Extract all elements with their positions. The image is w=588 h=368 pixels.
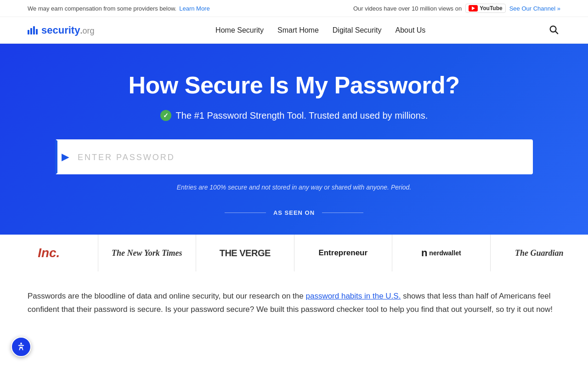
- logo-text: security.org: [41, 24, 94, 36]
- youtube-icon: [469, 5, 478, 12]
- press-logo-entrepreneur: Entrepreneur: [294, 235, 393, 271]
- nav-digital-security[interactable]: Digital Security: [333, 26, 382, 34]
- nav-about-us[interactable]: About Us: [396, 26, 426, 34]
- password-input[interactable]: [55, 139, 533, 174]
- password-input-wrapper: ▶: [55, 139, 533, 174]
- password-habits-link[interactable]: password habits in the U.S.: [305, 292, 401, 300]
- nyt-logo: The New York Times: [112, 248, 182, 258]
- nav-smart-home[interactable]: Smart Home: [277, 26, 319, 34]
- hero-subtitle-wrap: The #1 Password Strength Tool. Trusted a…: [28, 110, 560, 121]
- top-bar: We may earn compensation from some provi…: [0, 0, 588, 17]
- main-nav: Home Security Smart Home Digital Securit…: [215, 26, 425, 34]
- as-seen-label: AS SEEN ON: [273, 209, 315, 216]
- input-arrow-icon: ▶: [62, 151, 68, 162]
- logo-org: org: [82, 26, 94, 35]
- logo-bars: [28, 26, 38, 34]
- nav-home-security[interactable]: Home Security: [215, 26, 264, 34]
- svg-line-1: [555, 31, 558, 34]
- body-text-before-link: Passwords are the bloodline of data and …: [28, 292, 304, 300]
- youtube-badge: YouTube: [465, 4, 506, 13]
- body-paragraph: Passwords are the bloodline of data and …: [28, 290, 560, 316]
- search-button[interactable]: [547, 23, 560, 38]
- guardian-logo: The Guardian: [515, 248, 564, 258]
- disclaimer-section: We may earn compensation from some provi…: [28, 5, 210, 12]
- site-header: security.org Home Security Smart Home Di…: [0, 17, 588, 44]
- check-icon: [160, 110, 171, 121]
- bar2: [30, 28, 32, 34]
- bar4: [36, 29, 38, 34]
- as-seen-line-left: [225, 213, 266, 213]
- disclaimer-text: We may earn compensation from some provi…: [28, 5, 176, 12]
- site-logo[interactable]: security.org: [28, 24, 94, 36]
- press-logos-strip: Inc. The New York Times THE VERGE Entrep…: [0, 235, 588, 271]
- nerdwallet-logo: n nerdwallet: [421, 247, 461, 259]
- logo-security: security: [41, 24, 80, 36]
- press-logo-nyt: The New York Times: [98, 235, 197, 271]
- hero-section: How Secure Is My Password? The #1 Passwo…: [0, 44, 588, 235]
- logo-icon: [28, 26, 38, 34]
- press-logo-guardian: The Guardian: [491, 235, 588, 271]
- youtube-section: Our videos have over 10 million views on…: [353, 4, 560, 13]
- youtube-play-icon: [472, 6, 475, 10]
- press-logo-inc: Inc.: [0, 235, 98, 271]
- verge-logo: THE VERGE: [220, 248, 271, 259]
- search-icon: [548, 24, 559, 34]
- hero-subtitle-text: The #1 Password Strength Tool. Trusted a…: [176, 110, 428, 121]
- as-seen-on-section: AS SEEN ON: [28, 209, 560, 216]
- youtube-label: Our videos have over 10 million views on: [353, 5, 462, 12]
- see-channel-link[interactable]: See Our Channel »: [509, 5, 560, 12]
- entrepreneur-logo: Entrepreneur: [318, 248, 368, 258]
- learn-more-link[interactable]: Learn More: [179, 5, 209, 12]
- youtube-text: YouTube: [480, 5, 503, 12]
- hero-title: How Secure Is My Password?: [28, 71, 560, 99]
- bar1: [28, 30, 29, 34]
- inc-logo: Inc.: [38, 246, 60, 260]
- body-section: Passwords are the bloodline of data and …: [0, 271, 588, 335]
- bar3: [33, 26, 35, 34]
- as-seen-line-right: [322, 213, 363, 213]
- security-note: Entries are 100% secure and not stored i…: [28, 184, 560, 191]
- press-logo-nerdwallet: n nerdwallet: [392, 235, 491, 271]
- press-logo-verge: THE VERGE: [196, 235, 294, 271]
